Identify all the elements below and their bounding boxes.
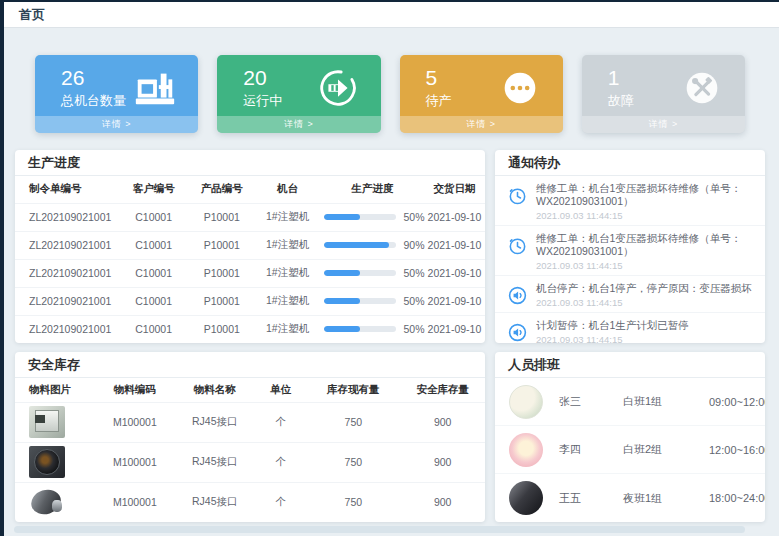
col-delivery-date: 交货日期 xyxy=(424,176,485,203)
product-no: P10001 xyxy=(189,287,255,315)
progress-bar xyxy=(324,270,396,276)
ellipsis-icon xyxy=(497,65,543,111)
total-machines-detail-link[interactable]: 详情 > xyxy=(35,116,198,133)
schedule-row: 李四 白班2组 12:00~16:00 xyxy=(495,426,765,474)
personnel-schedule-panel: 人员排班 张三 白班1组 09:00~12:00 李四 白班2组 12:00~1… xyxy=(495,352,765,522)
running-label: 运行中 xyxy=(243,92,282,110)
horizontal-scrollbar[interactable] xyxy=(14,526,745,533)
card-total-machines-main: 26 总机台数量 xyxy=(35,55,198,116)
card-fault-main: 1 故障 xyxy=(582,55,745,116)
speaker-side-photo xyxy=(29,486,65,518)
card-fault[interactable]: 1 故障 详情 > xyxy=(582,55,745,133)
tab-home[interactable]: 首页 xyxy=(19,6,45,24)
production-progress-panel: 生产进度 制令单编号 客户编号 产品编号 机台 生产进度 交货日期 ZL2021 xyxy=(15,150,485,343)
dashboard-content: 26 总机台数量 详情 > xyxy=(4,28,779,536)
current-stock: 750 xyxy=(306,402,400,442)
production-table-header: 制令单编号 客户编号 产品编号 机台 生产进度 交货日期 xyxy=(15,176,485,203)
unit: 个 xyxy=(255,482,307,522)
machine-name: 1#注塑机 xyxy=(255,287,321,315)
col-material-code: 物料编码 xyxy=(95,378,175,402)
pending-value: 5 xyxy=(426,66,452,90)
shift-time: 18:00~24:00 xyxy=(709,492,765,504)
shift-label: 夜班1组 xyxy=(623,491,695,506)
notification-text: 机台停产：机台1停产，停产原因：变压器损坏 xyxy=(536,282,755,295)
safety-stock: 900 xyxy=(400,482,485,522)
fault-value: 1 xyxy=(608,66,634,90)
progress-label: 50% xyxy=(403,295,424,307)
notifications-panel: 通知待办 维修工单：机台1变压器损坏待维修（单号：WX202109031001）… xyxy=(495,150,765,343)
table-row: M100001 RJ45接口 个 750 900 xyxy=(15,442,485,482)
schedule-row: 张三 白班1组 09:00~12:00 xyxy=(495,378,765,426)
col-order-no: 制令单编号 xyxy=(15,176,118,203)
progress-cell: 50% xyxy=(320,315,423,343)
delivery-date: 2021-09-10 xyxy=(424,231,485,259)
progress-label: 50% xyxy=(403,323,424,335)
material-code: M100001 xyxy=(95,442,175,482)
current-stock: 750 xyxy=(306,442,400,482)
notification-text: 计划暂停：机台1生产计划已暂停 xyxy=(536,319,755,332)
shift-label: 白班1组 xyxy=(623,394,695,409)
order-no: ZL202109021001 xyxy=(15,203,118,231)
notification-text: 维修工单：机台1变压器损坏待维修（单号：WX202109031001） xyxy=(536,232,755,258)
fault-detail-link[interactable]: 详情 > xyxy=(582,116,745,133)
notification-text: 维修工单：机台1变压器损坏待维修（单号：WX202109031001） xyxy=(536,182,755,208)
speaker-icon xyxy=(507,322,528,343)
notification-body: 维修工单：机台1变压器损坏待维修（单号：WX202109031001） 2021… xyxy=(536,182,755,221)
pending-label: 待产 xyxy=(426,92,452,110)
notifications-title: 通知待办 xyxy=(495,150,765,176)
notification-time: 2021.09.03 11:44:15 xyxy=(536,210,755,221)
order-no: ZL202109021001 xyxy=(15,315,118,343)
notification-item[interactable]: 维修工单：机台1变压器损坏待维修（单号：WX202109031001） 2021… xyxy=(495,226,765,276)
material-image-cell xyxy=(15,402,95,442)
safety-stock-panel: 安全库存 物料图片 物料编码 物料名称 单位 库存现有量 安全库存量 xyxy=(15,352,485,522)
card-running[interactable]: 20 运行中 详情 > xyxy=(217,55,380,133)
person-name: 王五 xyxy=(559,491,609,506)
person-name: 张三 xyxy=(559,394,609,409)
notification-body: 维修工单：机台1变压器损坏待维修（单号：WX202109031001） 2021… xyxy=(536,232,755,271)
product-no: P10001 xyxy=(189,315,255,343)
speaker-icon xyxy=(507,285,528,306)
window-top-border xyxy=(0,0,779,2)
machine-icon xyxy=(132,65,178,111)
customer-no: C10001 xyxy=(118,287,189,315)
table-row: ZL202109021001 C10001 P10001 1#注塑机 50% 2… xyxy=(15,287,485,315)
notification-item[interactable]: 计划暂停：机台1生产计划已暂停 2021.09.03 11:44:15 xyxy=(495,313,765,343)
progress-label: 90% xyxy=(403,239,424,251)
card-pending-text: 5 待产 xyxy=(426,66,452,110)
safety-stock-table: 物料图片 物料编码 物料名称 单位 库存现有量 安全库存量 M100001 RJ… xyxy=(15,378,485,522)
col-progress: 生产进度 xyxy=(320,176,423,203)
col-safety-stock: 安全库存量 xyxy=(400,378,485,402)
col-current-stock: 库存现有量 xyxy=(306,378,400,402)
table-row: ZL202109021001 C10001 P10001 1#注塑机 50% 2… xyxy=(15,315,485,343)
card-pending[interactable]: 5 待产 详情 > xyxy=(400,55,563,133)
panel-row-2: 安全库存 物料图片 物料编码 物料名称 单位 库存现有量 安全库存量 xyxy=(15,352,765,522)
notification-item[interactable]: 维修工单：机台1变压器损坏待维修（单号：WX202109031001） 2021… xyxy=(495,176,765,226)
panel-row-1: 生产进度 制令单编号 客户编号 产品编号 机台 生产进度 交货日期 ZL2021 xyxy=(15,150,765,343)
collapsed-sidebar-strip xyxy=(0,0,4,536)
progress-bar xyxy=(324,326,396,332)
person-name: 李四 xyxy=(559,442,609,457)
col-customer-no: 客户编号 xyxy=(118,176,189,203)
order-no: ZL202109021001 xyxy=(15,287,118,315)
pending-detail-link[interactable]: 详情 > xyxy=(400,116,563,133)
inventory-table-header: 物料图片 物料编码 物料名称 单位 库存现有量 安全库存量 xyxy=(15,378,485,402)
shift-label: 白班2组 xyxy=(623,442,695,457)
material-code: M100001 xyxy=(95,482,175,522)
photo-avatar xyxy=(509,481,543,515)
clock-icon xyxy=(507,185,528,206)
notification-item[interactable]: 机台停产：机台1停产，停产原因：变压器损坏 2021.09.03 11:44:1… xyxy=(495,276,765,313)
rj45-photo xyxy=(29,406,65,438)
card-running-main: 20 运行中 xyxy=(217,55,380,116)
card-total-machines[interactable]: 26 总机台数量 详情 > xyxy=(35,55,198,133)
delivery-date: 2021-09-10 xyxy=(424,287,485,315)
running-detail-link[interactable]: 详情 > xyxy=(217,116,380,133)
progress-cell: 90% xyxy=(320,231,423,259)
progress-cell: 50% xyxy=(320,287,423,315)
col-product-no: 产品编号 xyxy=(189,176,255,203)
progress-bar xyxy=(324,242,396,248)
customer-no: C10001 xyxy=(118,315,189,343)
order-no: ZL202109021001 xyxy=(15,231,118,259)
progress-label: 50% xyxy=(403,267,424,279)
unit: 个 xyxy=(255,402,307,442)
card-running-text: 20 运行中 xyxy=(243,66,282,110)
